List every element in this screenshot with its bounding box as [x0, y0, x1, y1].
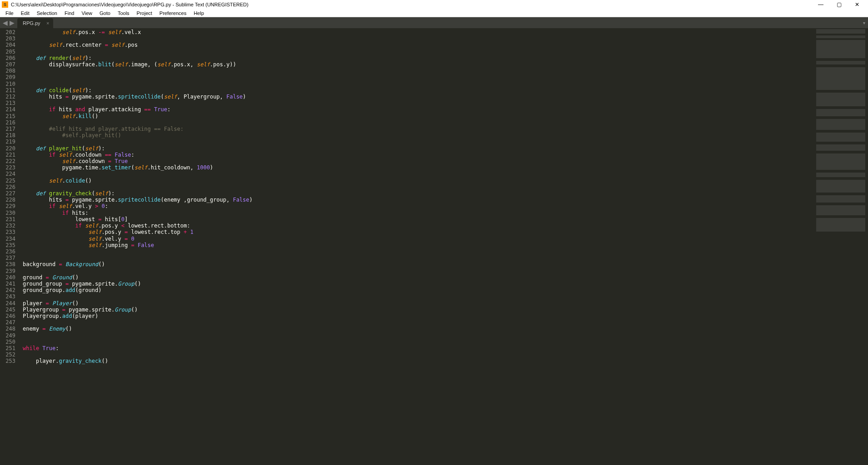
- tab-bar: ◀ ▶ RPG.py × ▾: [0, 17, 868, 28]
- code-line: [23, 332, 813, 339]
- code-line: displaysurface.blit(self.image, (self.po…: [23, 61, 813, 68]
- nav-back-button[interactable]: ◀: [3, 19, 8, 26]
- code-line: player.gravity_check(): [23, 358, 813, 364]
- code-line: lowest = hits[0]: [23, 216, 813, 223]
- code-line: [23, 49, 813, 55]
- tab-label: RPG.py: [23, 20, 40, 26]
- tab-close-icon[interactable]: ×: [46, 20, 49, 26]
- menu-view[interactable]: View: [78, 10, 96, 16]
- code-line: [23, 171, 813, 177]
- code-line: [23, 255, 813, 261]
- code-line: if self.cooldown == False:: [23, 152, 813, 158]
- menu-help[interactable]: Help: [190, 10, 208, 16]
- line-number-gutter: 202 203 204 205 206 207 208 209 210 211 …: [0, 28, 19, 465]
- code-line: def render(self):: [23, 55, 813, 61]
- window-close-button[interactable]: ✕: [848, 0, 866, 9]
- code-line: [23, 184, 813, 190]
- menu-bar: File Edit Selection Find View Goto Tools…: [0, 9, 868, 17]
- code-line: while True:: [23, 345, 813, 351]
- menu-file[interactable]: File: [2, 10, 17, 16]
- menu-project[interactable]: Project: [133, 10, 156, 16]
- editor-area: 202 203 204 205 206 207 208 209 210 211 …: [0, 28, 868, 465]
- code-line: ground_group.add(ground): [23, 287, 813, 293]
- app-icon: S: [2, 1, 8, 8]
- minimap[interactable]: [813, 28, 868, 465]
- tab-rpg-py[interactable]: RPG.py ×: [17, 18, 53, 28]
- code-line: self.rect.center = self.pos: [23, 42, 813, 48]
- code-line: [23, 139, 813, 145]
- menu-selection[interactable]: Selection: [33, 10, 61, 16]
- menu-tools[interactable]: Tools: [114, 10, 133, 16]
- code-line: if self.pos.y < lowest.rect.bottom:: [23, 223, 813, 229]
- code-line: [23, 268, 813, 274]
- code-line: self.pos.x -= self.vel.x: [23, 29, 813, 35]
- window-maximize-button[interactable]: ▢: [830, 0, 848, 9]
- code-line: #self.player_hit(): [23, 132, 813, 139]
- code-line: hits = pygame.sprite.spritecollide(self,…: [23, 94, 813, 100]
- code-line: [23, 74, 813, 80]
- code-line: self.vel.y = 0: [23, 236, 813, 242]
- code-line: [23, 35, 813, 42]
- window-title: C:\Users\alexi\Desktop\Programaciones\Vi…: [11, 2, 812, 7]
- code-line: [23, 248, 813, 255]
- code-line: hits = pygame.sprite.spritecollide(enemy…: [23, 197, 813, 203]
- code-line: self.colide(): [23, 178, 813, 184]
- code-line: Playergroup.add(player): [23, 313, 813, 319]
- code-line: if self.vel.y > 0:: [23, 203, 813, 209]
- code-line: def player_hit(self):: [23, 145, 813, 152]
- code-line: [23, 351, 813, 358]
- code-line: def gravity_check(self):: [23, 190, 813, 197]
- code-line: enemy = Enemy(): [23, 326, 813, 332]
- code-line: self.cooldown = True: [23, 158, 813, 164]
- code-line: [23, 339, 813, 345]
- code-line: [23, 319, 813, 326]
- code-editor[interactable]: self.pos.x -= self.vel.x self.rect.cente…: [19, 28, 813, 465]
- code-line: if hits:: [23, 210, 813, 216]
- code-line: Playergroup = pygame.sprite.Group(): [23, 307, 813, 313]
- code-line: [23, 68, 813, 74]
- tab-overflow-button[interactable]: ▾: [860, 17, 868, 28]
- code-line: player = Player(): [23, 300, 813, 307]
- code-line: #elif hits and player.attacking == False…: [23, 126, 813, 132]
- code-line: self.jumping = False: [23, 242, 813, 248]
- code-line: background = Background(): [23, 261, 813, 267]
- window-titlebar: S C:\Users\alexi\Desktop\Programaciones\…: [0, 0, 868, 9]
- code-line: if hits and player.attacking == True:: [23, 106, 813, 113]
- menu-goto[interactable]: Goto: [96, 10, 114, 16]
- code-line: [23, 81, 813, 87]
- menu-edit[interactable]: Edit: [17, 10, 33, 16]
- menu-preferences[interactable]: Preferences: [156, 10, 190, 16]
- code-line: self.pos.y = lowest.rect.top + 1: [23, 229, 813, 235]
- menu-find[interactable]: Find: [61, 10, 78, 16]
- code-line: self.kill(): [23, 113, 813, 119]
- code-line: [23, 100, 813, 106]
- code-line: ground_group = pygame.sprite.Group(): [23, 281, 813, 287]
- nav-forward-button[interactable]: ▶: [10, 19, 15, 26]
- code-line: ground = Ground(): [23, 274, 813, 281]
- code-line: [23, 119, 813, 126]
- window-minimize-button[interactable]: —: [812, 0, 830, 9]
- code-line: def colide(self):: [23, 87, 813, 94]
- code-line: [23, 293, 813, 300]
- code-line: pygame.time.set_timer(self.hit_cooldown,…: [23, 164, 813, 171]
